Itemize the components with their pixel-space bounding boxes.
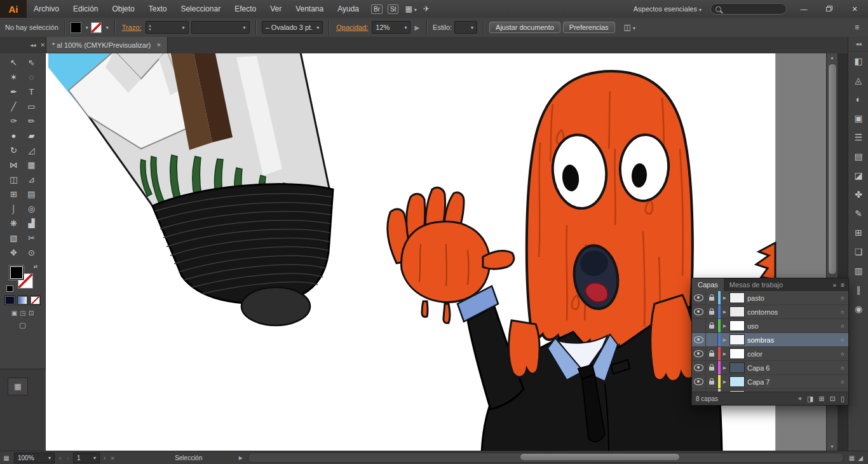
layer-visibility-toggle[interactable] [692, 375, 706, 388]
edge-orange-shape[interactable] [756, 243, 775, 280]
type-tool[interactable]: T [24, 85, 39, 99]
selection-tool[interactable]: ↖ [6, 55, 22, 70]
layer-expand-arrow[interactable]: ▶ [721, 379, 729, 385]
layers-panel-icon[interactable]: ❏ [848, 242, 868, 261]
layer-row-sombras[interactable]: ▶sombras○ [692, 333, 848, 347]
delete-layer-icon[interactable]: ▯ [841, 395, 844, 403]
eraser-tool[interactable]: ▰ [24, 128, 39, 143]
scroll-up-icon[interactable]: ▲ [827, 53, 837, 62]
brushes-panel-icon[interactable]: ✎ [848, 204, 868, 223]
swap-colors-icon[interactable]: ⇄ [34, 264, 38, 270]
shape-builder-tool[interactable]: ◫ [6, 172, 22, 187]
layer-visibility-toggle[interactable] [692, 389, 706, 392]
draw-normal-mode-button[interactable]: ▣ [11, 310, 17, 317]
brush-definition-combo[interactable]: – Ovalado 3 pt. ▾ [262, 21, 323, 34]
layer-row-pasto[interactable]: ▶pasto○ [692, 291, 848, 305]
layer-target-circle[interactable]: ○ [837, 351, 848, 357]
pencil-tool[interactable]: ✏ [24, 114, 39, 128]
layer-lock-toggle[interactable] [706, 291, 718, 304]
cs-live-icon[interactable]: ✈ [423, 4, 430, 13]
artboard-tool[interactable]: ▧ [6, 231, 22, 245]
fill-color-swatch[interactable] [71, 22, 81, 33]
gradient-panel-icon[interactable]: ▤ [848, 147, 868, 166]
layer-row-color[interactable]: ▶color○ [692, 347, 848, 361]
menu-edición[interactable]: Edición [66, 0, 105, 18]
graphic-styles-panel-icon[interactable]: ▣ [848, 109, 868, 128]
panel-chevrons-icon[interactable]: » [833, 282, 837, 289]
new-sublayer-icon[interactable]: ⊞ [819, 395, 825, 403]
direct-selection-tool[interactable]: ⇖ [24, 55, 39, 70]
layer-visibility-toggle[interactable] [692, 347, 706, 360]
menu-efecto[interactable]: Efecto [227, 0, 263, 18]
stroke-panel-icon[interactable]: ☰ [848, 128, 868, 147]
collapse-toolbar-icon[interactable]: ◂◂ [30, 42, 36, 48]
layer-expand-arrow[interactable]: ▶ [721, 310, 729, 315]
stock-button[interactable]: St [388, 4, 398, 14]
gradient-tool[interactable]: ▤ [24, 187, 39, 201]
pathfinder-panel-icon[interactable]: ◉ [848, 299, 868, 318]
appearance-panel-icon[interactable]: ◐ [848, 90, 868, 109]
hand-tool[interactable]: ✥ [6, 245, 22, 260]
select-similar-icon[interactable]: ◫▾ [624, 23, 635, 32]
collapsed-panel-button[interactable]: ▦ [8, 378, 28, 395]
menu-archivo[interactable]: Archivo [27, 0, 66, 18]
free-transform-tool[interactable]: ▦ [24, 158, 39, 172]
document-tab[interactable]: * al 100% (CMYK/Previsualizar) ✕ [46, 37, 168, 53]
locate-object-icon[interactable]: ⌖ [798, 395, 802, 403]
stroke-width-combo[interactable]: ▴▾ ▾ [146, 21, 189, 34]
layer-name[interactable]: contornos [747, 308, 837, 316]
status-menu-arrow[interactable]: ▶ [239, 455, 243, 461]
layer-name[interactable]: uso [747, 322, 837, 330]
symbol-sprayer-tool[interactable]: ❋ [6, 216, 22, 231]
align-panel-icon[interactable]: ∥ [848, 280, 868, 299]
expand-dock-icon[interactable]: ◂◂ [848, 37, 868, 51]
screen-mode-button[interactable]: ▢ [19, 321, 25, 329]
close-button[interactable]: ✕ [846, 5, 863, 13]
layer-row-Capa 7[interactable]: ▶Capa 7○ [692, 375, 848, 389]
horizontal-scroll-thumb[interactable] [520, 454, 679, 460]
layer-visibility-toggle[interactable] [692, 319, 706, 332]
layer-target-circle[interactable]: ○ [837, 295, 848, 301]
draw-inside-mode-button[interactable]: ⊡ [29, 310, 34, 317]
artboards-panel-icon[interactable]: ▥ [848, 261, 868, 280]
layer-lock-toggle[interactable] [706, 305, 718, 318]
stroke-width-stepper[interactable]: ▴▾ [149, 24, 151, 31]
scale-tool[interactable]: ◿ [24, 143, 39, 158]
layer-visibility-toggle[interactable] [692, 361, 706, 374]
layer-expand-arrow[interactable]: ▶ [721, 338, 729, 343]
default-colors-icon[interactable] [6, 285, 13, 292]
menu-objeto[interactable]: Objeto [105, 0, 141, 18]
preferences-button[interactable]: Preferencias [563, 22, 615, 33]
blob-brush-tool[interactable]: ● [6, 128, 22, 143]
layer-row-uso[interactable]: ▶uso○ [692, 319, 848, 333]
menu-ver[interactable]: Ver [263, 0, 288, 18]
opacity-combo[interactable]: 12%▾ [372, 21, 410, 34]
rectangle-tool[interactable]: ▭ [24, 99, 39, 114]
color-panel-icon[interactable]: ◧ [848, 51, 868, 71]
clipping-mask-icon[interactable]: ◨ [807, 395, 813, 403]
mesh-tool[interactable]: ⊞ [6, 187, 22, 201]
layer-visibility-toggle[interactable] [692, 291, 706, 304]
menu-seleccionar[interactable]: Seleccionar [173, 0, 227, 18]
gradient-button[interactable] [17, 296, 28, 305]
artboard-number-combo[interactable]: 1▾ [73, 453, 100, 463]
layer-lock-toggle[interactable] [706, 375, 718, 388]
layer-expand-arrow[interactable]: ▶ [721, 324, 729, 329]
width-tool[interactable]: ⋈ [6, 158, 22, 172]
layer-lock-toggle[interactable] [706, 361, 718, 374]
layer-lock-toggle[interactable] [706, 333, 718, 346]
pen-tool[interactable]: ✒ [6, 85, 22, 99]
search-box[interactable] [710, 3, 787, 15]
layer-name[interactable]: Capa 7 [747, 378, 837, 386]
menu-ventana[interactable]: Ventana [288, 0, 330, 18]
layer-expand-arrow[interactable]: ▶ [721, 351, 729, 357]
eyedropper-tool[interactable]: ⌡ [6, 201, 22, 216]
document-tab-close-icon[interactable]: ✕ [156, 42, 161, 48]
app-logo[interactable]: Ai [0, 0, 27, 18]
tab-capas[interactable]: Capas [692, 278, 724, 291]
zoom-tool[interactable]: ⊙ [24, 245, 39, 260]
layer-lock-toggle[interactable] [706, 319, 718, 332]
fill-swatch-large[interactable] [9, 265, 24, 280]
vertical-scroll-thumb[interactable] [828, 64, 837, 275]
first-artboard-icon[interactable]: « [57, 454, 64, 461]
